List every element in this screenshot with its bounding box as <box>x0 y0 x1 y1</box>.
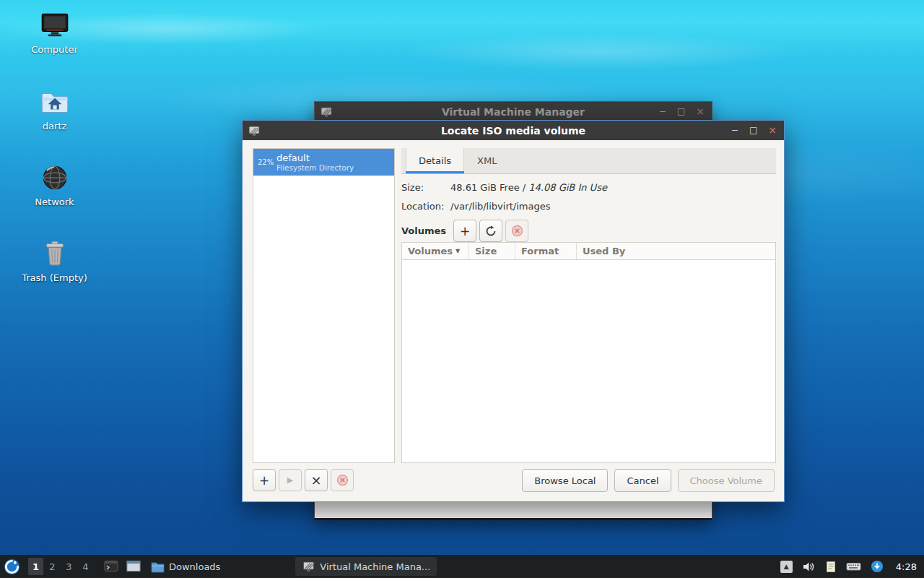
choose-volume-button[interactable]: Choose Volume <box>678 469 775 492</box>
size-row: Size: 48.61 GiB Free / 14.08 GiB In Use <box>401 182 776 193</box>
dialog-footer: Browse Local Cancel Choose Volume <box>522 469 775 492</box>
delete-volume-button[interactable] <box>505 220 528 242</box>
workspace-4[interactable]: 4 <box>78 558 93 575</box>
pool-toolbar: + ▶ × <box>253 469 354 491</box>
volumes-toolbar: Volumes + <box>401 220 776 242</box>
vmm-app-icon <box>321 106 332 118</box>
tab-details[interactable]: Details <box>406 148 464 173</box>
minimize-icon[interactable]: − <box>731 121 738 140</box>
delete-pool-button[interactable] <box>331 469 354 491</box>
size-free-value: 48.61 GiB Free / <box>450 182 528 193</box>
dialog-titlebar[interactable]: Locate ISO media volume − □ × <box>243 121 784 140</box>
desktop-icon-computer[interactable]: Computer <box>20 9 89 55</box>
desktop: Computer dartz Network <box>0 0 924 578</box>
plus-icon: + <box>460 224 470 238</box>
task-window-label: Virtual Machine Mana... <box>320 561 430 572</box>
size-used-value: 14.08 GiB In Use <box>528 182 607 193</box>
pool-type: Filesystem Directory <box>276 163 354 172</box>
terminal-icon <box>104 560 118 573</box>
play-icon: ▶ <box>287 475 293 485</box>
add-pool-button[interactable]: + <box>253 469 276 491</box>
close-icon[interactable]: × <box>696 102 705 121</box>
stop-pool-button[interactable]: × <box>305 469 328 491</box>
workspace-pager: 1 2 3 4 <box>27 558 94 575</box>
delete-circle-icon <box>511 225 523 237</box>
keyboard-layout-applet[interactable] <box>846 561 861 572</box>
maximize-icon[interactable]: □ <box>677 102 685 121</box>
delete-circle-icon <box>336 474 349 486</box>
system-tray: ▲ <box>780 560 924 573</box>
volumes-table-body[interactable] <box>402 260 775 462</box>
pool-usage-percent: 22% <box>258 158 276 166</box>
dialog-title: Locate ISO media volume <box>243 125 784 137</box>
sort-down-icon: ▼ <box>456 248 460 254</box>
add-volume-button[interactable]: + <box>453 220 476 242</box>
plus-icon: + <box>259 473 269 488</box>
column-header-used-by[interactable]: Used By <box>577 243 775 259</box>
notepad-icon <box>825 561 837 573</box>
stop-x-icon: × <box>310 473 321 488</box>
desktop-icon-network[interactable]: Network <box>20 161 89 207</box>
pool-name: default <box>276 152 354 163</box>
start-pool-button[interactable]: ▶ <box>279 469 302 491</box>
terminal-launcher[interactable] <box>104 560 118 573</box>
network-globe-icon <box>20 161 89 194</box>
desktop-icon-home[interactable]: dartz <box>20 85 89 131</box>
desktop-icon-label: Network <box>20 197 89 207</box>
volumes-table-header: Volumes ▼ Size Format Used By <box>402 243 775 260</box>
location-label: Location: <box>401 201 450 212</box>
column-header-volumes[interactable]: Volumes ▼ <box>402 243 469 259</box>
vmm-app-icon <box>302 561 315 572</box>
workspace-2[interactable]: 2 <box>45 558 60 575</box>
applications-menu-button[interactable] <box>4 558 20 575</box>
workspace-3[interactable]: 3 <box>61 558 77 575</box>
cancel-button[interactable]: Cancel <box>614 469 671 492</box>
updates-applet[interactable] <box>871 560 884 573</box>
computer-icon <box>20 9 89 42</box>
downloads-label: Downloads <box>169 561 220 572</box>
column-header-size[interactable]: Size <box>469 243 515 259</box>
tray-expand-button[interactable]: ▲ <box>780 561 793 573</box>
refresh-icon <box>485 225 497 237</box>
volumes-table: Volumes ▼ Size Format Used By <box>401 242 776 463</box>
window-title: Virtual Machine Manager <box>315 106 712 118</box>
desktop-icon-label: Computer <box>20 44 89 55</box>
volume-control[interactable] <box>802 561 816 573</box>
locate-iso-dialog[interactable]: Locate ISO media volume − □ × 22% defaul… <box>242 120 785 502</box>
distro-logo-icon <box>4 558 20 575</box>
desktop-icon-trash[interactable]: Trash (Empty) <box>20 237 89 283</box>
location-value: /var/lib/libvirt/images <box>450 201 551 212</box>
pool-list-item-default[interactable]: 22% default Filesystem Directory <box>253 149 394 176</box>
taskbar-window-button-vmm[interactable]: Virtual Machine Mana... <box>295 557 437 576</box>
location-row: Location: /var/lib/libvirt/images <box>401 201 776 212</box>
folder-icon <box>151 561 165 573</box>
vmm-app-icon <box>248 125 260 137</box>
column-header-format[interactable]: Format <box>515 243 577 259</box>
tab-bar: Details XML <box>401 148 776 174</box>
clock[interactable]: 4:28 <box>896 561 917 572</box>
close-icon[interactable]: × <box>768 121 777 140</box>
desktop-icon-label: dartz <box>20 121 89 131</box>
desktop-icon-label: Trash (Empty) <box>20 272 89 283</box>
downloads-shortcut[interactable]: Downloads <box>151 561 220 573</box>
minimize-icon[interactable]: − <box>659 102 666 121</box>
home-folder-icon <box>20 85 89 118</box>
browse-local-button[interactable]: Browse Local <box>522 469 608 492</box>
pool-details-panel: Details XML Size: 48.61 GiB Free / 14.08… <box>401 148 776 463</box>
size-label: Size: <box>401 182 450 193</box>
storage-pool-list: 22% default Filesystem Directory <box>253 148 395 463</box>
speaker-icon <box>802 561 816 573</box>
tab-xml[interactable]: XML <box>464 148 510 173</box>
volumes-label: Volumes <box>401 225 453 236</box>
keyboard-icon <box>846 561 861 572</box>
arrow-up-icon: ▲ <box>784 563 789 570</box>
blue-status-icon <box>871 560 884 573</box>
refresh-volumes-button[interactable] <box>479 220 502 242</box>
restore-icon[interactable]: □ <box>749 121 757 140</box>
vmm-titlebar[interactable]: Virtual Machine Manager − □ × <box>315 102 712 121</box>
file-manager-launcher[interactable] <box>126 560 141 573</box>
taskbar: 1 2 3 4 Downloads <box>0 555 924 578</box>
workspace-1[interactable]: 1 <box>28 558 43 575</box>
notes-applet[interactable] <box>825 561 837 573</box>
window-icon <box>126 560 141 573</box>
